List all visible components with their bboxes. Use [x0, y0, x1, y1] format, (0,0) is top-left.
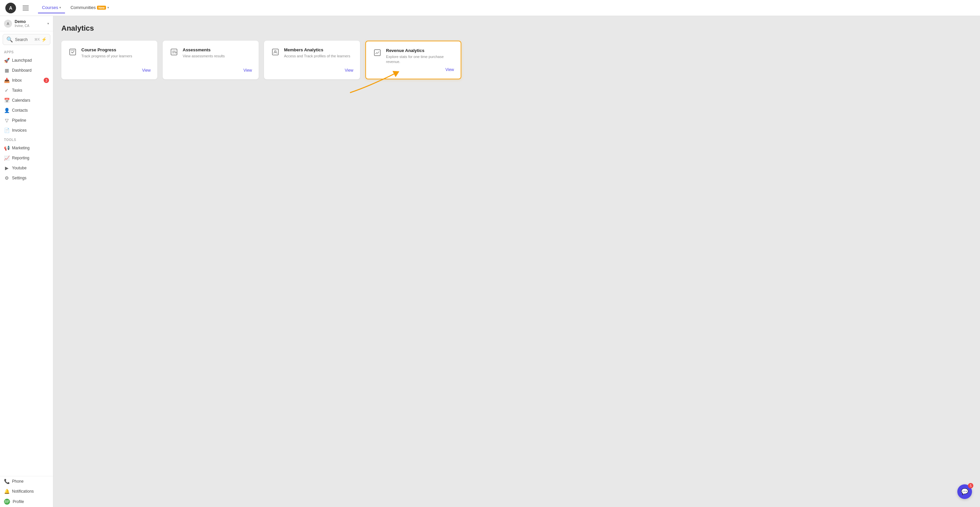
tasks-icon: ✓ — [4, 87, 10, 93]
sidebar-item-calendars[interactable]: 📅 Calendars — [0, 95, 53, 105]
revenue-analytics-icon — [373, 48, 382, 57]
card-view-link[interactable]: View — [373, 67, 454, 72]
search-bar[interactable]: 🔍 Search ⌘K ⚡ — [3, 34, 50, 45]
user-location: Irvine, CA — [15, 24, 29, 28]
user-name: Demo — [15, 19, 29, 24]
page-title: Analytics — [61, 24, 972, 33]
card-desc: View assessments results — [183, 54, 225, 59]
inbox-badge: 3 — [44, 78, 49, 83]
card-title: Members Analytics — [284, 47, 350, 52]
card-title: Revenue Analytics — [386, 48, 454, 53]
card-view-link[interactable]: View — [169, 68, 252, 73]
card-view-link[interactable]: View — [68, 68, 151, 73]
sidebar-item-phone[interactable]: 📞 Phone — [0, 476, 53, 486]
notifications-icon: 🔔 — [4, 489, 10, 494]
sidebar-item-launchpad[interactable]: 🚀 Launchpad — [0, 55, 53, 65]
chat-icon: 💬 — [961, 488, 968, 495]
tools-section-label: Tools — [0, 135, 53, 143]
sidebar-bottom: 📞 Phone 🔔 Notifications RP Profile — [0, 476, 53, 507]
avatar: A — [4, 20, 12, 28]
members-analytics-icon — [270, 47, 280, 57]
sidebar-item-dashboard[interactable]: ▦ Dashboard — [0, 65, 53, 75]
nav-tabs: Courses ▾ Communities New ▾ — [38, 2, 113, 13]
card-header: Revenue Analytics Explore stats for one … — [373, 48, 454, 65]
marketing-icon: 📢 — [4, 145, 10, 151]
card-course-progress: Course Progress Track progress of your l… — [61, 41, 158, 79]
card-title: Assessments — [183, 47, 225, 52]
apps-section-label: Apps — [0, 48, 53, 55]
card-view-link[interactable]: View — [270, 68, 353, 73]
sidebar-item-marketing[interactable]: 📢 Marketing — [0, 143, 53, 153]
card-header: Members Analytics Access and Track profi… — [270, 47, 353, 59]
inbox-icon: 📥 — [4, 78, 10, 83]
course-progress-icon — [68, 47, 77, 57]
card-header: Assessments View assessments results — [169, 47, 252, 59]
chat-bubble-button[interactable]: 💬 5 — [957, 484, 972, 499]
chevron-down-icon: ▾ — [59, 6, 61, 10]
user-info: A Demo Irvine, CA — [4, 19, 29, 28]
pipeline-icon: ▽ — [4, 118, 10, 123]
youtube-icon: ▶ — [4, 165, 10, 171]
search-shortcut: ⌘K — [34, 38, 40, 41]
svg-rect-4 — [374, 50, 380, 56]
lightning-icon: ⚡ — [41, 37, 47, 42]
card-desc: Access and Track profiles of the learner… — [284, 54, 350, 59]
sidebar-item-inbox[interactable]: 📥 Inbox 3 — [0, 75, 53, 85]
chevron-down-icon: ▾ — [47, 22, 49, 25]
top-navigation: A Courses ▾ Communities New ▾ — [0, 0, 980, 16]
svg-point-3 — [275, 51, 276, 52]
calendars-icon: 📅 — [4, 98, 10, 103]
phone-icon: 📞 — [4, 479, 10, 484]
search-label: Search — [15, 37, 28, 42]
card-assessments: Assessments View assessments results Vie… — [163, 41, 259, 79]
sidebar-item-settings[interactable]: ⚙ Settings — [0, 173, 53, 183]
tab-courses[interactable]: Courses ▾ — [38, 2, 65, 13]
invoices-icon: 📄 — [4, 128, 10, 133]
chevron-down-icon: ▾ — [107, 6, 109, 10]
card-revenue-analytics: Revenue Analytics Explore stats for one … — [365, 41, 461, 79]
hamburger-menu[interactable] — [21, 4, 30, 12]
card-title: Course Progress — [81, 47, 132, 52]
profile-avatar-icon: RP — [4, 499, 10, 505]
sidebar-item-profile[interactable]: RP Profile — [0, 496, 53, 507]
analytics-cards-grid: Course Progress Track progress of your l… — [61, 41, 461, 79]
settings-icon: ⚙ — [4, 175, 10, 181]
sidebar-item-youtube[interactable]: ▶ Youtube — [0, 163, 53, 173]
sidebar-item-contacts[interactable]: 👤 Contacts — [0, 105, 53, 115]
assessments-icon — [169, 47, 179, 57]
sidebar-item-reporting[interactable]: 📈 Reporting — [0, 153, 53, 163]
card-members-analytics: Members Analytics Access and Track profi… — [264, 41, 360, 79]
contacts-icon: 👤 — [4, 108, 10, 113]
card-desc: Explore stats for one time purchase reve… — [386, 54, 454, 65]
sidebar-item-tasks[interactable]: ✓ Tasks — [0, 85, 53, 95]
search-icon: 🔍 — [6, 37, 13, 43]
launchpad-icon: 🚀 — [4, 58, 10, 63]
sidebar-item-invoices[interactable]: 📄 Invoices — [0, 126, 53, 135]
chat-badge: 5 — [968, 483, 973, 488]
sidebar-item-notifications[interactable]: 🔔 Notifications — [0, 486, 53, 496]
reporting-icon: 📈 — [4, 155, 10, 161]
main-content: Analytics Course Progress Track progress… — [53, 16, 980, 507]
svg-rect-0 — [70, 49, 76, 55]
card-header: Course Progress Track progress of your l… — [68, 47, 151, 59]
app-logo: A — [5, 3, 16, 13]
sidebar: A Demo Irvine, CA ▾ 🔍 Search ⌘K ⚡ Apps — [0, 16, 53, 507]
sidebar-item-pipeline[interactable]: ▽ Pipeline — [0, 115, 53, 126]
card-desc: Track progress of your learners — [81, 54, 132, 59]
user-section[interactable]: A Demo Irvine, CA ▾ — [0, 16, 53, 31]
dashboard-icon: ▦ — [4, 68, 10, 73]
tab-communities[interactable]: Communities New ▾ — [66, 2, 113, 13]
